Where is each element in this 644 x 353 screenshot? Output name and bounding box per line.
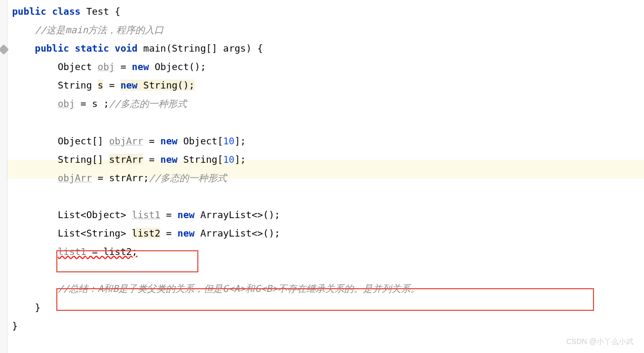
variable: objArr [109,135,143,146]
code-line[interactable]: public static void main(String[] args) { [12,39,644,57]
number-literal: 10 [223,135,235,146]
close-brace: } [12,320,18,331]
code-line[interactable] [12,261,644,279]
comment: //多态的一种形式 [149,172,227,183]
ctor-call: ArrayList<>(); [195,228,280,239]
bracket: ]; [235,135,246,146]
keyword: new [120,80,138,91]
keyword: public [35,43,69,54]
number-literal: 10 [223,154,235,165]
variable: list1 [132,209,160,220]
code-line[interactable] [12,113,644,132]
ctor-call: String[ [177,154,223,165]
ctor-call: String(); [137,80,194,91]
assignment: = strArr; [92,172,149,183]
method-name: main [143,43,166,54]
code-line[interactable]: String s = new String(); [12,76,644,94]
code-line[interactable]: objArr = strArr;//多态的一种形式 [12,169,644,187]
code-line[interactable]: //总结：A和B是子类父类的关系，但是G<A>和G<B>不存在继承关系的。是并列… [12,279,644,298]
type: List<String> [58,228,126,239]
keyword: new [160,135,178,146]
variable: obj [98,61,115,72]
comment: //多态的一种形式 [109,98,187,109]
variable: objArr [58,172,92,183]
type: List<Object> [58,209,126,220]
assignment-error: = list2; [86,246,138,257]
equals: = [103,80,120,91]
brace: { [109,6,120,17]
comment: //这是main方法，程序的入口 [35,24,164,35]
code-editor[interactable]: public class Test { //这是main方法，程序的入口 pub… [0,0,644,335]
assignment: = s ; [75,98,109,109]
close-brace: } [35,302,41,313]
type: Object[] [58,135,104,146]
code-line[interactable]: //这是main方法，程序的入口 [12,21,644,39]
editor-gutter [0,0,7,353]
code-line[interactable]: Object obj = new Object(); [12,57,644,76]
equals: = [143,135,160,146]
code-line[interactable]: public class Test { [12,2,644,21]
code-line[interactable]: list1 = list2; [12,242,644,261]
keyword: static [75,43,109,54]
equals: = [115,61,132,72]
code-line[interactable]: } [12,298,644,317]
code-line[interactable] [12,187,644,205]
code-line[interactable]: obj = s ;//多态的一种形式 [12,94,644,113]
variable-error: list1 [58,246,86,257]
code-line[interactable]: } [12,317,644,335]
variable: s [98,80,104,91]
equals: = [143,154,160,165]
type: String [58,80,92,91]
variable: obj [58,98,75,109]
ctor-call: ArrayList<>(); [195,209,280,220]
keyword: new [177,209,195,220]
watermark: CSDN @小丫么小武 [566,335,633,349]
equals: = [160,228,178,239]
variable: strArr [109,154,143,165]
code-line[interactable]: List<String> list2 = new ArrayList<>(); [12,224,644,242]
comment: //总结：A和B是子类父类的关系，但是G<A>和G<B>不存在继承关系的。是并列… [58,283,420,294]
ctor-call: Object(); [149,61,206,72]
type: String[] [58,154,104,165]
code-line[interactable]: Object[] objArr = new Object[10]; [12,132,644,150]
keyword: public [12,6,46,17]
bracket: ]; [235,154,246,165]
type: Object [58,61,92,72]
class-name: Test [86,6,109,17]
ctor-call: Object[ [177,135,223,146]
equals: = [160,209,178,220]
keyword: new [132,61,149,72]
keyword: void [115,43,137,54]
keyword: new [177,228,195,239]
variable: list2 [132,228,160,239]
params: (String[] args) { [166,43,263,54]
keyword: new [160,154,178,165]
keyword: class [52,6,80,17]
code-line[interactable]: String[] strArr = new String[10]; [12,150,644,169]
code-line[interactable]: List<Object> list1 = new ArrayList<>(); [12,205,644,224]
